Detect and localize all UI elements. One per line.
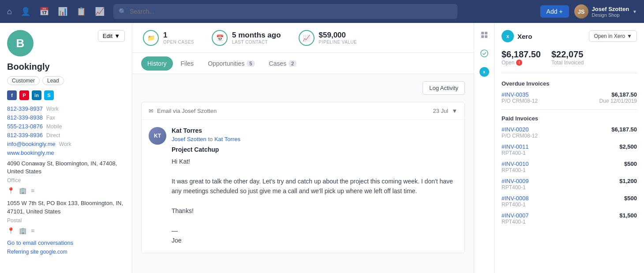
paid-inv-3-number[interactable]: #INV-0009: [502, 178, 528, 184]
location2-icon[interactable]: 📍: [7, 227, 15, 234]
facebook-icon[interactable]: f: [7, 90, 17, 100]
tabs-bar: History Files Opportunities 5 Cases 2: [132, 53, 474, 74]
address1-block: 4090 Conaway St, Bloomington, IN, 47408,…: [7, 160, 125, 194]
documents-icon[interactable]: 📋: [76, 7, 86, 16]
edit-button[interactable]: Edit ▼: [98, 30, 125, 42]
phone-fax-link[interactable]: 812-339-8938: [7, 114, 43, 121]
calendar-stat-icon: 📅: [212, 30, 228, 46]
warning-icon: !: [516, 60, 522, 66]
search-bar[interactable]: 🔍: [113, 4, 457, 19]
tab-opportunities[interactable]: Opportunities 5: [202, 56, 261, 71]
email-header-right: 23 Jul ▼: [433, 108, 457, 114]
email-from-to: Josef Szotten to Kat Torres: [172, 136, 457, 142]
main-layout: B Edit ▼ Bookingly Customer Lead f P in …: [0, 23, 644, 273]
list2-icon[interactable]: ≡: [31, 227, 34, 234]
log-activity-row: Log Activity: [141, 81, 465, 95]
go-to-email-link[interactable]: Go to email conversations: [7, 239, 125, 246]
company-name: Bookingly: [7, 62, 125, 72]
address1-icons: 📍 🏢 ≡: [7, 187, 125, 194]
phone-direct-label: Direct: [46, 132, 60, 138]
open-in-xero-button[interactable]: Open in Xero ▼: [589, 30, 637, 42]
email-subject: Project Catchup: [172, 146, 457, 153]
svg-rect-1: [485, 32, 487, 34]
phone-work-link[interactable]: 812-339-8937: [7, 105, 43, 112]
user-menu[interactable]: JS Josef Szotten Design Shop ▼: [574, 4, 637, 19]
paid-inv-2-number[interactable]: #INV-0010: [502, 161, 528, 167]
open-cases-value: 1: [163, 31, 194, 40]
phone-direct-link[interactable]: 812-339-8936: [7, 132, 43, 138]
paid-inv-3-ref: RPT400-1: [502, 184, 528, 191]
xero-side-icon[interactable]: x: [477, 64, 492, 79]
email-sender-name: Kat Torres: [172, 127, 457, 134]
stat-open-cases-text: 1 OPEN CASES: [163, 31, 194, 45]
tag-lead[interactable]: Lead: [42, 76, 64, 85]
user-shop: Design Shop: [592, 12, 629, 18]
skype-icon[interactable]: S: [44, 90, 54, 100]
tab-history[interactable]: History: [141, 56, 173, 71]
list-icon[interactable]: ≡: [31, 187, 34, 194]
svg-rect-0: [481, 32, 484, 34]
sidebar-header: B Edit ▼: [7, 30, 125, 56]
stats-bar: 📁 1 OPEN CASES 📅 5 months ago LAST CONTA…: [132, 23, 474, 53]
home-icon[interactable]: ⌂: [7, 7, 12, 16]
svg-rect-2: [481, 35, 484, 38]
right-section: x x Xero Open in Xero ▼ $6,187.50 Ope: [474, 23, 644, 273]
linkedin-icon[interactable]: in: [32, 90, 41, 100]
paid-invoice-1: #INV-0011 RPT400-1 $2,500: [502, 143, 637, 156]
total-label: Total Invoiced: [551, 60, 584, 66]
tab-history-label: History: [147, 60, 167, 67]
sender-avatar: KT: [149, 127, 166, 145]
paid-inv-0-number[interactable]: #INV-0020: [502, 126, 538, 133]
address2-text: 1055 W 7th St, PO Box 133, Bloomington, …: [7, 199, 125, 215]
overdue-inv-number[interactable]: #INV-0035: [502, 91, 538, 98]
paid-inv-3-amount: $1,200: [619, 178, 637, 184]
paid-title: Paid Invoices: [502, 115, 637, 122]
tab-files[interactable]: Files: [175, 56, 200, 71]
paid-invoice-5: #INV-0007 RPT400-1 $1,500: [502, 212, 637, 225]
svg-point-4: [481, 50, 488, 57]
search-input[interactable]: [130, 8, 452, 15]
calendar-icon[interactable]: 📅: [39, 7, 49, 16]
phone-mobile-link[interactable]: 555-213-0876: [7, 123, 43, 130]
phone-work-label: Work: [46, 106, 59, 112]
pinterest-icon[interactable]: P: [19, 90, 29, 100]
tags: Customer Lead: [7, 76, 125, 85]
envelope-icon: ✉: [149, 108, 154, 114]
open-amount-value: $6,187.50: [502, 49, 541, 60]
email-to-link[interactable]: Kat Torres: [214, 136, 240, 142]
add-button[interactable]: Add +: [540, 5, 569, 18]
paid-inv-1-number[interactable]: #INV-0011: [502, 143, 528, 150]
website-row: www.bookingly.me: [7, 150, 125, 156]
paid-invoice-3: #INV-0009 RPT400-1 $1,200: [502, 178, 637, 191]
grid-icon[interactable]: [477, 27, 492, 42]
paid-inv-4-amount: $500: [624, 195, 637, 202]
paid-inv-5-number[interactable]: #INV-0007: [502, 212, 528, 219]
referring-label: Referring site: [7, 249, 38, 255]
overdue-inv-left: #INV-0035 P/O CRM08-12: [502, 91, 538, 104]
user-chevron-icon: ▼: [633, 9, 637, 14]
email-from-link[interactable]: Josef Szotten: [172, 136, 206, 142]
trends-icon[interactable]: 📈: [95, 7, 105, 16]
paid-inv-5-ref: RPT400-1: [502, 219, 528, 225]
tab-cases[interactable]: Cases 2: [263, 56, 303, 71]
analytics-icon[interactable]: 📊: [58, 7, 67, 16]
building2-icon[interactable]: 🏢: [19, 227, 26, 234]
building-icon[interactable]: 🏢: [19, 187, 26, 194]
check-circle-icon[interactable]: [477, 46, 492, 61]
email-link[interactable]: info@bookingly.me: [7, 141, 56, 147]
email-card: ✉ Email via Josef Szotten 23 Jul ▼ KT Ka…: [141, 102, 465, 253]
contacts-icon[interactable]: 👤: [21, 7, 30, 16]
contact-avatar: B: [7, 30, 34, 56]
location-icon[interactable]: 📍: [7, 187, 15, 194]
stat-pipeline-text: $59,000 PIPELINE VALUE: [319, 31, 357, 45]
paid-inv-4-number[interactable]: #INV-0008: [502, 195, 528, 202]
middle-content: 📁 1 OPEN CASES 📅 5 months ago LAST CONTA…: [132, 23, 474, 273]
website-link[interactable]: www.bookingly.me: [7, 150, 54, 156]
social-icons: f P in S: [7, 90, 125, 100]
log-activity-button[interactable]: Log Activity: [423, 81, 465, 95]
opportunities-badge: 5: [247, 60, 255, 67]
open-cases-label: OPEN CASES: [163, 40, 194, 45]
email-expand-icon[interactable]: ▼: [452, 108, 457, 114]
xero-btn-chevron-icon: ▼: [627, 33, 632, 39]
tag-customer[interactable]: Customer: [7, 76, 40, 85]
